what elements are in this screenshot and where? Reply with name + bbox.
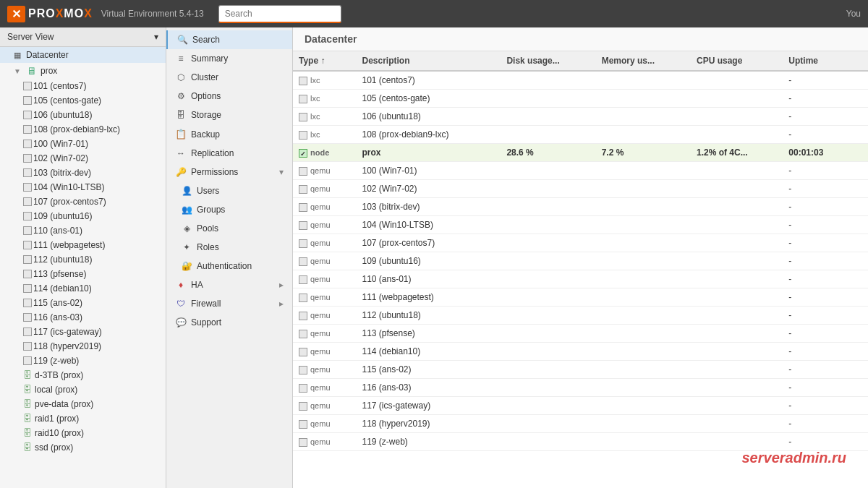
tree-vm-114[interactable]: 114 (debian10) bbox=[0, 281, 166, 296]
cell-cpu bbox=[691, 71, 783, 90]
nav-item-permissions[interactable]: 🔑 Permissions ▾ bbox=[166, 163, 292, 181]
table-row[interactable]: qemu 116 (ans-03) - bbox=[293, 379, 868, 397]
nav-item-cluster[interactable]: ⬡ Cluster bbox=[166, 68, 292, 87]
cell-uptime: - bbox=[783, 180, 851, 198]
nav-users-label: Users bbox=[197, 186, 219, 196]
storage-icon: 🗄 bbox=[23, 385, 32, 395]
nav-support-label: Support bbox=[191, 317, 221, 328]
cell-memory bbox=[596, 343, 691, 361]
cell-cpu bbox=[691, 216, 783, 234]
nav-groups-label: Groups bbox=[197, 205, 225, 215]
nav-item-summary[interactable]: ≡ Summary bbox=[166, 49, 292, 68]
cell-disk bbox=[501, 198, 595, 216]
cell-empty bbox=[851, 433, 868, 451]
nav-item-authentication[interactable]: 🔐 Authentication bbox=[166, 257, 292, 275]
nav-item-users[interactable]: 👤 Users bbox=[166, 181, 292, 200]
cell-description: 117 (ics-gateway) bbox=[356, 397, 501, 415]
table-row[interactable]: qemu 115 (ans-02) - bbox=[293, 361, 868, 379]
cell-empty bbox=[851, 71, 868, 90]
cell-disk bbox=[501, 126, 595, 144]
tree-storage-raid10[interactable]: 🗄 raid10 (prox) bbox=[0, 426, 166, 440]
tree-ct-101[interactable]: 101 (centos7) bbox=[0, 79, 166, 93]
vm-118-label: 118 (hyperv2019) bbox=[33, 341, 101, 351]
table-row[interactable]: qemu 109 (ubuntu16) - bbox=[293, 252, 868, 270]
table-row[interactable]: qemu 113 (pfsense) - bbox=[293, 325, 868, 343]
tree-node-prox[interactable]: ▼ 🖥 prox bbox=[0, 63, 166, 79]
table-row[interactable]: qemu 104 (Win10-LTSB) - bbox=[293, 216, 868, 234]
node-expand-icon: ▼ bbox=[12, 65, 23, 77]
tree-vm-113[interactable]: 113 (pfsense) bbox=[0, 267, 166, 281]
table-row[interactable]: qemu 110 (ans-01) - bbox=[293, 270, 868, 288]
nav-search-label: Search bbox=[192, 35, 220, 45]
tree-storage-ssd[interactable]: 🗄 ssd (prox) bbox=[0, 440, 166, 455]
tree-vm-117[interactable]: 117 (ics-gateway) bbox=[0, 325, 166, 339]
table-row[interactable]: qemu 118 (hyperv2019) - bbox=[293, 415, 868, 433]
tree-vm-111[interactable]: 111 (webpagetest) bbox=[0, 238, 166, 252]
table-row[interactable]: lxc 101 (centos7) - bbox=[293, 71, 868, 90]
content-header: Datacenter bbox=[293, 27, 868, 51]
cell-type: qemu bbox=[293, 216, 356, 234]
cell-description: 112 (ubuntu18) bbox=[356, 307, 501, 325]
nav-item-backup[interactable]: 📋 Backup bbox=[166, 124, 292, 144]
table-row[interactable]: qemu 103 (bitrix-dev) - bbox=[293, 198, 868, 216]
cell-memory: 7.2 % bbox=[596, 144, 691, 162]
table-row[interactable]: qemu 117 (ics-gateway) - bbox=[293, 397, 868, 415]
table-row[interactable]: ✓node prox 28.6 % 7.2 % 1.2% of 4C... 00… bbox=[293, 144, 868, 162]
table-row[interactable]: qemu 100 (Win7-01) - bbox=[293, 162, 868, 180]
tree-ct-108[interactable]: 108 (prox-debian9-lxc) bbox=[0, 122, 166, 137]
nav-item-search[interactable]: 🔍 Search bbox=[166, 30, 292, 49]
cell-cpu bbox=[691, 379, 783, 397]
tree-vm-112[interactable]: 112 (ubuntu18) bbox=[0, 252, 166, 267]
topbar: ✕ PROXMOX Virtual Environment 5.4-13 You bbox=[0, 0, 868, 27]
tree-storage-pvedata[interactable]: 🗄 pve-data (prox) bbox=[0, 397, 166, 411]
table-row[interactable]: lxc 105 (centos-gate) - bbox=[293, 90, 868, 108]
nav-item-groups[interactable]: 👥 Groups bbox=[166, 200, 292, 219]
tree-vm-102[interactable]: 102 (Win7-02) bbox=[0, 151, 166, 166]
cell-empty bbox=[851, 90, 868, 108]
nav-item-roles[interactable]: ✦ Roles bbox=[166, 238, 292, 257]
tree-vm-107[interactable]: 107 (prox-centos7) bbox=[0, 194, 166, 209]
tree-ct-105[interactable]: 105 (centos-gate) bbox=[0, 93, 166, 108]
nav-item-options[interactable]: ⚙ Options bbox=[166, 87, 292, 106]
tree-vm-116[interactable]: 116 (ans-03) bbox=[0, 310, 166, 325]
table-row[interactable]: lxc 106 (ubuntu18) - bbox=[293, 108, 868, 126]
table-row[interactable]: qemu 114 (debian10) - bbox=[293, 343, 868, 361]
tree-vm-118[interactable]: 118 (hyperv2019) bbox=[0, 339, 166, 354]
ct-icon bbox=[23, 82, 32, 90]
cell-memory bbox=[596, 234, 691, 252]
search-input[interactable] bbox=[218, 5, 341, 23]
tree-vm-110[interactable]: 110 (ans-01) bbox=[0, 223, 166, 238]
table-row[interactable]: qemu 107 (prox-centos7) - bbox=[293, 234, 868, 252]
tree-datacenter[interactable]: ▦ Datacenter bbox=[0, 47, 166, 63]
nav-item-pools[interactable]: ◈ Pools bbox=[166, 219, 292, 238]
tree-vm-119[interactable]: 119 (z-web) bbox=[0, 354, 166, 368]
tree-vm-104[interactable]: 104 (Win10-LTSB) bbox=[0, 180, 166, 194]
nav-item-ha[interactable]: ♦ HA ▸ bbox=[166, 275, 292, 294]
ct-icon bbox=[23, 125, 32, 134]
table-row[interactable]: lxc 108 (prox-debian9-lxc) - bbox=[293, 126, 868, 144]
col-type[interactable]: Type ↑ bbox=[293, 51, 356, 71]
tree-storage-local[interactable]: 🗄 local (prox) bbox=[0, 382, 166, 397]
table-row[interactable]: qemu 111 (webpagetest) - bbox=[293, 288, 868, 307]
cell-disk bbox=[501, 71, 595, 90]
tree-vm-115[interactable]: 115 (ans-02) bbox=[0, 296, 166, 310]
tree-storage-d3tb[interactable]: 🗄 d-3TB (prox) bbox=[0, 368, 166, 382]
vm-116-label: 116 (ans-03) bbox=[33, 312, 82, 322]
tree-vm-103[interactable]: 103 (bitrix-dev) bbox=[0, 166, 166, 180]
tree-ct-106[interactable]: 106 (ubuntu18) bbox=[0, 108, 166, 122]
tree-vm-100[interactable]: 100 (Win7-01) bbox=[0, 137, 166, 151]
nav-item-replication[interactable]: ↔ Replication bbox=[166, 144, 292, 163]
table-row[interactable]: qemu 119 (z-web) - bbox=[293, 433, 868, 451]
nav-cluster-label: Cluster bbox=[191, 72, 218, 82]
table-row[interactable]: qemu 112 (ubuntu18) - bbox=[293, 307, 868, 325]
node-icon: 🖥 bbox=[26, 65, 38, 77]
server-view-selector[interactable]: Server View ▾ bbox=[0, 27, 166, 47]
vm-icon bbox=[23, 154, 32, 163]
topbar-search[interactable] bbox=[218, 5, 363, 23]
nav-item-storage[interactable]: 🗄 Storage bbox=[166, 106, 292, 124]
tree-vm-109[interactable]: 109 (ubuntu16) bbox=[0, 209, 166, 223]
nav-item-support[interactable]: 💬 Support bbox=[166, 313, 292, 332]
tree-storage-raid1[interactable]: 🗄 raid1 (prox) bbox=[0, 411, 166, 426]
table-row[interactable]: qemu 102 (Win7-02) - bbox=[293, 180, 868, 198]
nav-item-firewall[interactable]: 🛡 Firewall ▸ bbox=[166, 294, 292, 313]
